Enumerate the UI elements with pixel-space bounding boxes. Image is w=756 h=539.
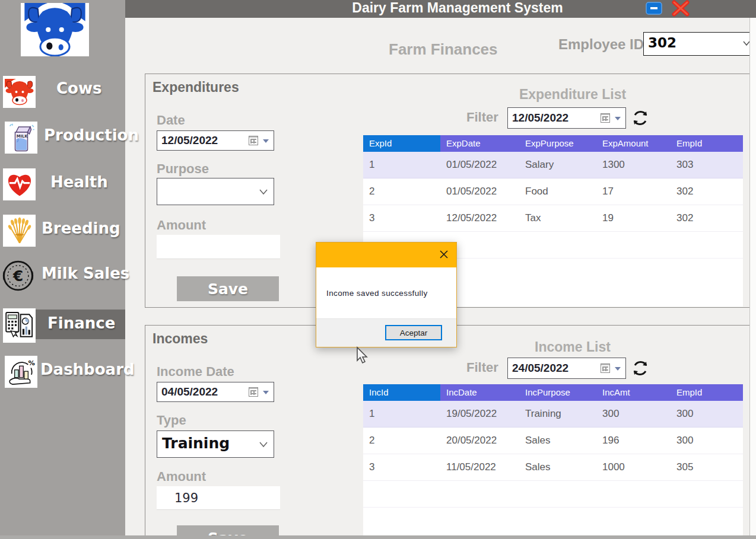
minimize-button[interactable]: [646, 2, 662, 15]
exp-filter-date-picker[interactable]: 12/05/2022: [507, 107, 626, 129]
table-cell: 305: [671, 454, 743, 480]
table-row[interactable]: 311/05/2022Sales1000305: [363, 454, 743, 481]
window-bottom-edge: [0, 535, 756, 539]
chevron-down-icon: [259, 441, 268, 448]
sidebar-item-health[interactable]: Health: [0, 168, 125, 203]
dialog-message: Income saved successfully: [326, 289, 428, 298]
income-table-header: IncIdIncDateIncPurposeIncAmtEmpId: [363, 384, 743, 401]
calendar-icon: [249, 387, 258, 397]
page-title: Farm Finances: [389, 40, 498, 59]
sidebar-item-cows[interactable]: Cows: [0, 75, 125, 109]
window-title: Dairy Farm Management System: [309, 0, 606, 16]
table-cell: Sales: [519, 454, 596, 480]
table-cell: 2: [363, 178, 440, 205]
euro-coin-icon: €: [2, 260, 34, 292]
calendar-icon: [249, 136, 258, 145]
column-header[interactable]: EmpId: [671, 135, 743, 152]
table-cell: 19: [596, 205, 671, 231]
table-cell: 196: [596, 428, 671, 454]
table-cell: 3: [363, 454, 440, 480]
inc-type-select[interactable]: Training: [157, 430, 274, 458]
exp-amount-input[interactable]: [157, 235, 280, 259]
calculator-report-icon: [3, 308, 36, 343]
inc-date-picker[interactable]: 04/05/2022: [157, 382, 274, 402]
inc-amount-input[interactable]: [157, 486, 280, 510]
income-list-title: Income List: [493, 339, 653, 355]
chevron-down-icon: [259, 189, 268, 195]
table-cell: 1300: [596, 152, 671, 178]
column-header[interactable]: ExpPurpose: [519, 135, 596, 152]
table-cell: Sales: [519, 428, 596, 454]
table-cell: 1: [363, 152, 440, 178]
sidebar: Cows MILK Production: [0, 0, 125, 539]
milk-carton-icon: MILK: [5, 122, 37, 154]
column-header[interactable]: ExpId: [363, 135, 440, 152]
table-cell: 01/05/2022: [440, 178, 519, 205]
sidebar-item-label: Breeding: [42, 219, 120, 237]
exp-refresh-icon[interactable]: [630, 108, 650, 128]
table-row[interactable]: 119/05/2022Training300300: [363, 401, 743, 428]
sidebar-item-label: Dashboard: [40, 361, 135, 378]
exp-filter-label: Filter: [466, 110, 498, 125]
sidebar-item-dashboard[interactable]: % Dashboard: [0, 356, 125, 390]
wheat-sheaf-icon: [3, 215, 36, 247]
table-cell: 302: [671, 178, 743, 205]
dialog-ok-button[interactable]: Aceptar: [385, 325, 442, 340]
table-cell: 300: [671, 428, 743, 454]
table-row[interactable]: 201/05/2022Food17302: [363, 178, 743, 205]
heart-pulse-icon: [3, 168, 36, 200]
column-header[interactable]: IncPurpose: [519, 384, 596, 401]
table-row[interactable]: 101/05/2022Salary1300303: [363, 152, 743, 178]
employee-id-select[interactable]: 302: [643, 32, 755, 56]
table-row[interactable]: 312/05/2022Tax19302: [363, 205, 743, 232]
exp-purpose-label: Purpose: [157, 161, 209, 177]
income-table-body: 119/05/2022Training300300220/05/2022Sale…: [363, 401, 743, 539]
close-button[interactable]: [670, 0, 691, 17]
exp-purpose-select[interactable]: [157, 178, 274, 205]
sidebar-item-production[interactable]: MILK Production: [0, 122, 125, 156]
table-cell: 1: [363, 401, 440, 427]
inc-filter-label: Filter: [466, 360, 498, 375]
exp-save-button[interactable]: Save: [177, 276, 279, 301]
table-cell: Tax: [519, 205, 596, 231]
calendar-icon: [601, 363, 610, 373]
table-cell: 2: [363, 428, 440, 454]
sidebar-item-label: Finance: [47, 314, 115, 332]
sidebar-item-finance[interactable]: Finance: [0, 310, 125, 344]
column-header[interactable]: IncDate: [440, 384, 519, 401]
table-cell: 11/05/2022: [440, 454, 519, 480]
dialog-close-icon[interactable]: [439, 249, 449, 260]
table-cell: Training: [519, 401, 596, 427]
table-cell: 3: [363, 205, 440, 231]
scrollbar[interactable]: [749, 18, 756, 539]
column-header[interactable]: ExpDate: [440, 135, 519, 152]
employee-id-label: Employee ID: [558, 36, 644, 53]
sidebar-item-breeding[interactable]: Breeding: [0, 215, 125, 249]
sidebar-item-label: Health: [50, 173, 108, 191]
column-header[interactable]: IncId: [363, 384, 440, 401]
inc-filter-date-picker[interactable]: 24/05/2022: [507, 358, 626, 379]
exp-date-label: Date: [157, 113, 185, 128]
sidebar-item-label: Cows: [56, 79, 101, 97]
inc-refresh-icon[interactable]: [630, 358, 650, 378]
incomes-title: Incomes: [153, 331, 208, 347]
svg-text:%: %: [28, 359, 35, 367]
dialog-footer: Aceptar: [316, 318, 456, 347]
column-header[interactable]: ExpAmount: [596, 135, 671, 152]
table-cell: 12/05/2022: [440, 205, 519, 231]
blue-cow-icon: [21, 48, 89, 56]
inc-date-value: 04/05/2022: [161, 385, 218, 398]
dialog-title-bar: [316, 243, 456, 267]
table-cell: 300: [671, 401, 743, 427]
message-dialog: Income saved successfully Aceptar: [316, 242, 457, 347]
exp-date-picker[interactable]: 12/05/2022: [157, 130, 274, 151]
dropdown-arrow-icon: [263, 391, 269, 394]
table-row[interactable]: 220/05/2022Sales196300: [363, 428, 743, 454]
table-cell: 17: [596, 178, 671, 205]
column-header[interactable]: EmpId: [671, 384, 743, 401]
exp-filter-value: 12/05/2022: [512, 111, 568, 125]
inc-type-label: Type: [157, 413, 186, 428]
expenditure-table-header: ExpIdExpDateExpPurposeExpAmountEmpId: [363, 135, 743, 152]
sidebar-item-milk-sales[interactable]: € Milk Sales: [0, 260, 125, 294]
column-header[interactable]: IncAmt: [596, 384, 671, 401]
